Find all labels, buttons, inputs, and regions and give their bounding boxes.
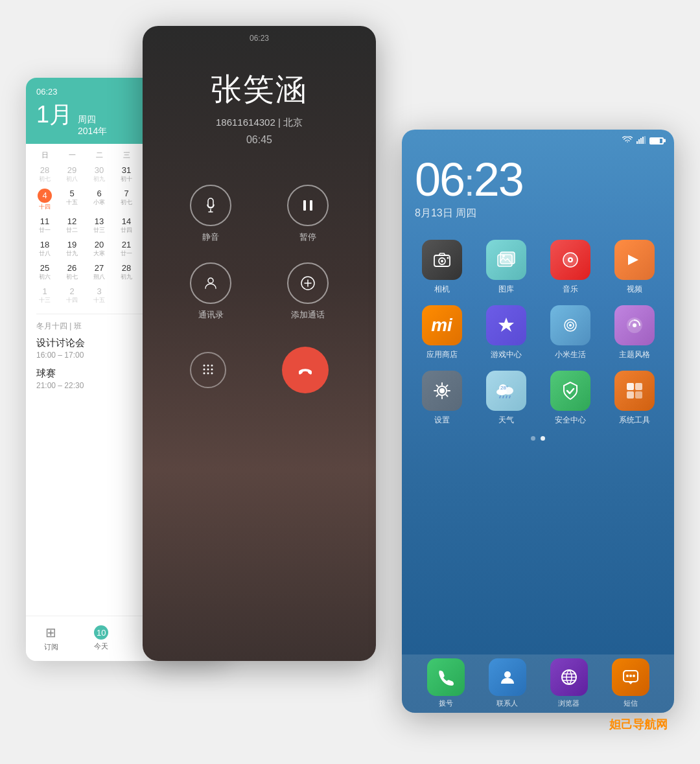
phone-action-row [143, 321, 376, 393]
svg-point-9 [211, 368, 213, 370]
svg-point-32 [633, 323, 636, 327]
app-xiaomi[interactable]: 小米生活 [543, 305, 597, 360]
security-label: 安全中心 [555, 415, 586, 426]
svg-rect-17 [644, 136, 646, 144]
settings-app-icon [422, 371, 462, 411]
toolbar-subscribe-label: 订阅 [44, 642, 58, 652]
svg-point-5 [207, 364, 209, 366]
cal-day[interactable]: 11廿一 [31, 214, 58, 237]
cal-day[interactable]: 14廿四 [113, 214, 140, 237]
phone-caller-name: 张笑涵 [143, 69, 376, 110]
cal-day[interactable]: 29初八 [58, 163, 86, 186]
dot-1[interactable] [531, 436, 535, 441]
pause-icon-circle [287, 185, 329, 226]
app-game[interactable]: 游戏中心 [479, 305, 533, 360]
cal-day[interactable]: 5十五 [58, 186, 86, 214]
calendar-month: 1月 [36, 99, 73, 131]
svg-rect-1 [310, 200, 312, 211]
toolbar-today-label: 今天 [94, 642, 108, 651]
settings-label: 设置 [434, 415, 450, 426]
app-settings[interactable]: 设置 [415, 371, 469, 426]
tools-label: 系统工具 [619, 415, 650, 426]
add-call-icon-circle [287, 262, 329, 304]
caller-location: 北京 [283, 117, 303, 128]
contacts-icon-circle [190, 262, 231, 304]
game-app-icon [486, 305, 526, 345]
app-appstore[interactable]: mi 应用商店 [415, 305, 469, 360]
toolbar-today[interactable]: 10 今天 [94, 625, 108, 651]
cal-day[interactable]: 31初十 [113, 163, 140, 186]
app-tools[interactable]: 系统工具 [607, 371, 661, 426]
hangup-icon [296, 360, 315, 380]
home-clock-time: 06:23 [415, 156, 661, 203]
cal-day-today[interactable]: 4十四 [31, 186, 58, 214]
phone-screen: 06:23 张笑涵 18611614302 | 北京 06:45 静音 [143, 26, 376, 661]
mute-button[interactable]: 静音 [190, 185, 231, 243]
svg-text:28°: 28° [500, 385, 508, 391]
app-security[interactable]: 安全中心 [543, 371, 597, 426]
svg-point-33 [439, 388, 445, 393]
scene: 06:23 1月 周四 2014年 日 一 二 三 四 五 六 28初七 [26, 26, 674, 739]
app-music[interactable]: 音乐 [543, 240, 597, 295]
dock-sms[interactable]: 短信 [612, 658, 649, 708]
cal-day[interactable]: 18廿八 [31, 237, 58, 260]
cal-day[interactable]: 27朔八 [86, 260, 113, 284]
pause-label: 暂停 [299, 231, 316, 243]
contacts-button[interactable]: 通讯录 [190, 262, 231, 321]
svg-point-43 [504, 671, 511, 678]
cal-day[interactable]: 28初九 [113, 260, 140, 284]
dot-2[interactable] [541, 436, 545, 441]
app-camera[interactable]: 相机 [415, 240, 469, 295]
add-call-button[interactable]: 添加通话 [287, 262, 329, 321]
cal-day[interactable]: 19廿九 [58, 237, 86, 260]
tools-app-icon [614, 371, 655, 411]
cal-day[interactable]: 30初九 [86, 163, 113, 186]
app-gallery[interactable]: 图库 [479, 240, 533, 295]
cal-day[interactable]: 2十四 [58, 284, 86, 307]
hangup-button[interactable] [282, 347, 329, 393]
appstore-app-icon: mi [422, 305, 462, 345]
phone-bottom-buttons: 通讯录 添加通话 [143, 243, 376, 321]
home-clock: 06:23 8月13日 周四 [402, 146, 674, 220]
cal-day[interactable]: 1十三 [31, 284, 58, 307]
phone-dock-label: 拨号 [439, 699, 453, 708]
svg-point-6 [211, 364, 213, 366]
svg-point-31 [569, 324, 572, 327]
battery-icon [649, 137, 664, 145]
home-status-bar [402, 130, 674, 146]
cal-day[interactable]: 13廿三 [86, 214, 113, 237]
cal-day[interactable]: 12廿二 [58, 214, 86, 237]
cal-day[interactable]: 21廿一 [113, 237, 140, 260]
svg-rect-40 [635, 383, 642, 390]
dock-browser[interactable]: 浏览器 [550, 658, 588, 708]
phone-duration: 06:45 [143, 134, 376, 146]
svg-point-11 [207, 372, 209, 374]
cal-day[interactable]: 20大寒 [86, 237, 113, 260]
cal-day[interactable]: 25初六 [31, 260, 58, 284]
security-app-icon [550, 371, 590, 411]
dialpad-button[interactable] [190, 352, 226, 388]
home-clock-date: 8月13日 周四 [415, 207, 661, 220]
svg-point-20 [441, 260, 443, 262]
pause-button[interactable]: 暂停 [287, 185, 329, 243]
svg-rect-16 [642, 137, 644, 144]
theme-label: 主题风格 [619, 349, 650, 360]
cal-day[interactable]: 26初七 [58, 260, 86, 284]
svg-point-7 [204, 368, 205, 370]
cal-day[interactable]: 28初七 [31, 163, 58, 186]
mic-icon [203, 198, 218, 213]
toolbar-subscribe[interactable]: ⊞ 订阅 [44, 625, 58, 652]
app-video[interactable]: 视频 [607, 240, 661, 295]
add-call-label: 添加通话 [291, 309, 325, 321]
app-weather[interactable]: 28° 天气 [479, 371, 533, 426]
cal-day[interactable]: 7初七 [113, 186, 140, 214]
svg-rect-42 [635, 391, 642, 399]
dock-contacts[interactable]: 联系人 [489, 658, 526, 708]
cal-day[interactable]: 6小寒 [86, 186, 113, 214]
gallery-label: 图库 [498, 284, 514, 295]
dialpad-icon [201, 363, 215, 377]
dock-phone[interactable]: 拨号 [427, 658, 465, 708]
app-theme[interactable]: 主题风格 [607, 305, 661, 360]
cal-day[interactable]: 3十五 [86, 284, 113, 307]
svg-point-46 [626, 675, 629, 677]
